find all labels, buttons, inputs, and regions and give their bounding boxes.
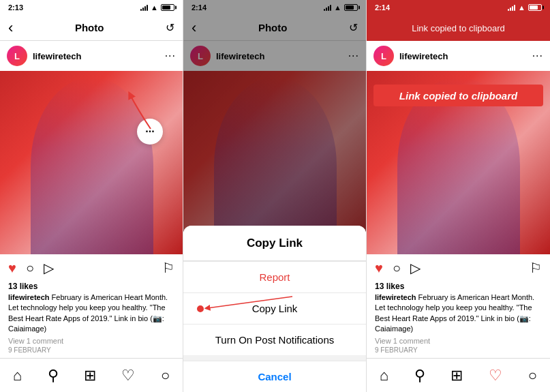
signal-bars-1	[140, 4, 148, 11]
post-image-3: Link copied to clipboard	[367, 71, 550, 254]
heart-icon-1[interactable]: ♥	[8, 260, 16, 276]
comment-icon-1[interactable]: ○	[26, 260, 34, 276]
share-sheet-report[interactable]: Report	[183, 261, 366, 292]
annotation-arrow-1	[110, 81, 164, 136]
avatar-3: L	[373, 46, 394, 66]
post-header-1: L lifewiretech ···	[0, 41, 183, 71]
home-nav-1[interactable]: ⌂	[13, 367, 22, 385]
post-caption-3: lifewiretech February is American Heart …	[375, 292, 542, 335]
post-image-1: ···	[0, 71, 183, 254]
heart-nav-3[interactable]: ♡	[489, 367, 502, 385]
avatar-1: L	[7, 46, 27, 66]
bottom-nav-1: ⌂ ⚲ ⊞ ♡ ○	[0, 358, 183, 392]
send-icon-1[interactable]: ▷	[44, 260, 54, 276]
status-bar-3: 2:14 ▲	[367, 0, 550, 15]
caption-username-1: lifewiretech	[8, 293, 50, 301]
profile-nav-1[interactable]: ○	[161, 367, 170, 385]
bookmark-icon-1[interactable]: ⚐	[162, 260, 174, 276]
add-nav-1[interactable]: ⊞	[84, 367, 96, 385]
view-comments-1[interactable]: View 1 comment	[8, 337, 174, 345]
comment-icon-3[interactable]: ○	[393, 260, 401, 276]
more-dots-1[interactable]: ···	[165, 50, 176, 62]
panel-2: 2:14 ▲ ‹ Photo ↺ L lifewiretech ···	[183, 0, 367, 392]
battery-icon-1	[161, 4, 174, 11]
share-sheet-notifications[interactable]: Turn On Post Notifications	[183, 324, 366, 355]
search-nav-3[interactable]: ⚲	[414, 367, 425, 385]
status-right-3: ▲	[508, 3, 542, 12]
bottom-nav-3: ⌂ ⚲ ⊞ ♡ ○	[367, 358, 550, 392]
battery-icon-3	[528, 4, 542, 11]
share-sheet-copy-link[interactable]: Copy Link	[183, 292, 366, 324]
wifi-icon-1: ▲	[151, 3, 158, 12]
signal-bars-3	[508, 4, 515, 11]
post-date-1: 9 FEBRUARY	[8, 346, 174, 354]
status-right-1: ▲	[140, 3, 174, 12]
home-nav-3[interactable]: ⌂	[380, 367, 388, 385]
share-sheet-title: Copy Link	[247, 237, 303, 250]
post-actions-3: ♥ ○ ▷ ⚐	[367, 254, 550, 282]
send-icon-3[interactable]: ▷	[410, 260, 421, 276]
post-caption-1: lifewiretech February is American Heart …	[8, 292, 174, 335]
view-comments-3[interactable]: View 1 comment	[375, 337, 542, 345]
panel-3: 2:14 ▲ Link copied to clipboard ‹ Photo …	[367, 0, 550, 392]
post-actions-1: ♥ ○ ▷ ⚐	[0, 254, 183, 282]
share-sheet-header: Copy Link	[183, 226, 366, 261]
link-copied-overlay-text: Link copied to clipboard	[399, 90, 517, 102]
share-sheet-cancel[interactable]: Cancel	[183, 361, 366, 392]
username-1: lifewiretech	[33, 51, 165, 61]
link-copied-banner: Link copied to clipboard	[367, 15, 550, 41]
nav-title-1: Photo	[75, 22, 104, 33]
status-time-1: 2:13	[8, 3, 23, 12]
search-nav-1[interactable]: ⚲	[48, 367, 59, 385]
caption-username-3: lifewiretech	[375, 293, 416, 301]
post-info-1: 13 likes lifewiretech February is Americ…	[0, 282, 183, 358]
post-header-3: L lifewiretech ···	[367, 41, 550, 71]
share-sheet: Copy Link Report Copy Link	[183, 226, 366, 392]
link-copied-text: Link copied to clipboard	[412, 23, 505, 33]
share-sheet-overlay: Copy Link Report Copy Link	[183, 0, 366, 392]
panel-1: 2:13 ▲ ‹ Photo ↺ L lifewiretech ···	[0, 0, 183, 392]
heart-nav-1[interactable]: ♡	[121, 367, 135, 385]
post-date-3: 9 FEBRUARY	[375, 346, 542, 354]
link-copied-image-overlay: Link copied to clipboard	[373, 85, 543, 106]
wifi-icon-3: ▲	[518, 3, 525, 12]
status-bar-1: 2:13 ▲	[0, 0, 183, 15]
username-3: lifewiretech	[399, 51, 532, 61]
post-info-3: 13 likes lifewiretech February is Americ…	[367, 282, 550, 358]
bookmark-icon-3[interactable]: ⚐	[530, 260, 542, 276]
likes-count-1: 13 likes	[8, 282, 174, 291]
back-button-1[interactable]: ‹	[8, 20, 13, 35]
status-time-3: 2:14	[375, 3, 390, 12]
add-nav-3[interactable]: ⊞	[450, 367, 463, 385]
likes-count-3: 13 likes	[375, 282, 542, 291]
refresh-button-1[interactable]: ↺	[166, 21, 174, 34]
profile-nav-3[interactable]: ○	[528, 367, 537, 385]
heart-icon-3[interactable]: ♥	[375, 260, 383, 276]
copy-link-dot	[197, 305, 204, 312]
nav-bar-1: ‹ Photo ↺	[0, 15, 183, 41]
more-dots-3[interactable]: ···	[532, 50, 543, 62]
